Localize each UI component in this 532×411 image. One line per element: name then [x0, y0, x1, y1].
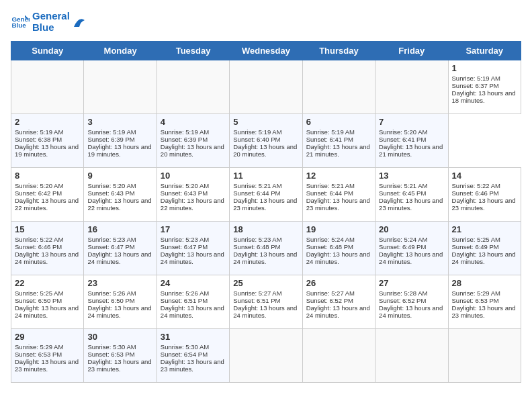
daylight-label: Daylight: 13 hours and 24 minutes.	[15, 304, 79, 319]
cell-1-4: 6 Sunrise: 5:19 AM Sunset: 6:41 PM Dayli…	[302, 114, 375, 168]
daylight-label: Daylight: 13 hours and 23 minutes.	[87, 358, 151, 373]
day-number: 21	[452, 224, 517, 234]
daylight-label: Daylight: 13 hours and 23 minutes.	[306, 197, 370, 212]
cell-3-0: 15 Sunrise: 5:22 AM Sunset: 6:46 PM Dayl…	[11, 222, 84, 275]
cell-3-2: 17 Sunrise: 5:23 AM Sunset: 6:47 PM Dayl…	[157, 222, 229, 275]
svg-text:Blue: Blue	[11, 21, 26, 29]
sunset-label: Sunset: 6:50 PM	[15, 297, 62, 304]
sunset-label: Sunset: 6:39 PM	[87, 136, 134, 143]
sunrise-label: Sunrise: 5:19 AM	[452, 75, 500, 82]
day-number: 29	[15, 332, 80, 342]
sunset-label: Sunset: 6:51 PM	[233, 297, 280, 304]
sunrise-label: Sunrise: 5:20 AM	[15, 182, 63, 189]
day-number: 19	[306, 224, 371, 234]
sunrise-label: Sunrise: 5:24 AM	[306, 236, 355, 243]
day-number: 15	[15, 224, 80, 234]
logo-bird-icon	[73, 15, 85, 30]
daylight-label: Daylight: 13 hours and 19 minutes.	[15, 143, 79, 158]
cell-3-4: 19 Sunrise: 5:24 AM Sunset: 6:48 PM Dayl…	[302, 222, 375, 275]
header-monday: Monday	[84, 42, 157, 60]
sunrise-label: Sunrise: 5:24 AM	[379, 236, 427, 243]
sunrise-label: Sunrise: 5:27 AM	[306, 289, 355, 297]
daylight-label: Daylight: 13 hours and 21 minutes.	[306, 143, 370, 158]
daylight-label: Daylight: 13 hours and 23 minutes.	[233, 197, 297, 212]
sunrise-label: Sunrise: 5:23 AM	[87, 236, 136, 243]
header-tuesday: Tuesday	[157, 42, 229, 60]
daylight-label: Daylight: 13 hours and 20 minutes.	[233, 143, 297, 158]
page-header: General Blue General Blue	[11, 11, 521, 33]
sunrise-label: Sunrise: 5:20 AM	[379, 128, 427, 136]
daylight-label: Daylight: 13 hours and 24 minutes.	[233, 250, 297, 265]
daylight-label: Daylight: 13 hours and 23 minutes.	[161, 358, 224, 373]
daylight-label: Daylight: 13 hours and 24 minutes.	[87, 304, 151, 319]
daylight-label: Daylight: 13 hours and 23 minutes.	[379, 197, 443, 212]
cell-3-1: 16 Sunrise: 5:23 AM Sunset: 6:47 PM Dayl…	[84, 222, 157, 275]
cell-2-0: 8 Sunrise: 5:20 AM Sunset: 6:42 PM Dayli…	[11, 168, 84, 222]
day-number: 2	[15, 117, 80, 127]
sunrise-label: Sunrise: 5:22 AM	[15, 236, 63, 243]
sunrise-label: Sunrise: 5:21 AM	[379, 182, 427, 189]
sunrise-label: Sunrise: 5:26 AM	[87, 289, 136, 297]
cell-5-3	[230, 329, 302, 383]
sunset-label: Sunset: 6:44 PM	[306, 189, 353, 197]
header-wednesday: Wednesday	[230, 42, 302, 60]
cell-4-6: 28 Sunrise: 5:29 AM Sunset: 6:53 PM Dayl…	[448, 275, 521, 329]
day-number: 13	[379, 171, 444, 181]
daylight-label: Daylight: 13 hours and 24 minutes.	[233, 304, 297, 319]
week-row-3: 15 Sunrise: 5:22 AM Sunset: 6:46 PM Dayl…	[11, 222, 521, 275]
cell-2-2: 10 Sunrise: 5:20 AM Sunset: 6:43 PM Dayl…	[157, 168, 229, 222]
day-number: 25	[233, 278, 298, 288]
day-number: 23	[87, 278, 152, 288]
sunset-label: Sunset: 6:41 PM	[379, 136, 426, 143]
day-number: 27	[379, 278, 444, 288]
cell-5-1: 30 Sunrise: 5:30 AM Sunset: 6:53 PM Dayl…	[84, 329, 157, 383]
sunset-label: Sunset: 6:45 PM	[379, 189, 426, 197]
sunrise-label: Sunrise: 5:25 AM	[452, 236, 500, 243]
sunset-label: Sunset: 6:38 PM	[15, 136, 62, 143]
cell-3-3: 18 Sunrise: 5:23 AM Sunset: 6:48 PM Dayl…	[230, 222, 302, 275]
cell-2-5: 13 Sunrise: 5:21 AM Sunset: 6:45 PM Dayl…	[375, 168, 448, 222]
cell-1-2: 4 Sunrise: 5:19 AM Sunset: 6:39 PM Dayli…	[157, 114, 229, 168]
daylight-label: Daylight: 13 hours and 24 minutes.	[452, 250, 516, 265]
day-number: 24	[161, 278, 226, 288]
day-number: 4	[161, 117, 226, 127]
cell-5-6	[448, 329, 521, 383]
daylight-label: Daylight: 13 hours and 24 minutes.	[306, 250, 370, 265]
sunset-label: Sunset: 6:43 PM	[161, 189, 208, 197]
day-number: 12	[306, 171, 371, 181]
cell-5-4	[302, 329, 375, 383]
sunset-label: Sunset: 6:46 PM	[15, 243, 62, 250]
daylight-label: Daylight: 13 hours and 22 minutes.	[15, 197, 79, 212]
sunset-label: Sunset: 6:40 PM	[233, 136, 280, 143]
sunrise-label: Sunrise: 5:23 AM	[161, 236, 209, 243]
day-number: 6	[306, 117, 371, 127]
sunset-label: Sunset: 6:42 PM	[15, 189, 62, 197]
sunrise-label: Sunrise: 5:29 AM	[452, 289, 500, 297]
sunset-label: Sunset: 6:52 PM	[306, 297, 353, 304]
header-saturday: Saturday	[448, 42, 521, 60]
daylight-label: Daylight: 13 hours and 24 minutes.	[161, 250, 224, 265]
day-number: 1	[452, 63, 517, 73]
cell-2-3: 11 Sunrise: 5:21 AM Sunset: 6:44 PM Dayl…	[230, 168, 302, 222]
sunrise-label: Sunrise: 5:23 AM	[233, 236, 281, 243]
day-number: 28	[452, 278, 517, 288]
sunrise-label: Sunrise: 5:19 AM	[306, 128, 355, 136]
week-row-4: 22 Sunrise: 5:25 AM Sunset: 6:50 PM Dayl…	[11, 275, 521, 329]
cell-4-4: 26 Sunrise: 5:27 AM Sunset: 6:52 PM Dayl…	[302, 275, 375, 329]
sunset-label: Sunset: 6:49 PM	[452, 243, 499, 250]
sunset-label: Sunset: 6:53 PM	[87, 351, 134, 358]
daylight-label: Daylight: 13 hours and 21 minutes.	[379, 143, 443, 158]
cell-1-1: 3 Sunrise: 5:19 AM Sunset: 6:39 PM Dayli…	[84, 114, 157, 168]
daylight-label: Daylight: 13 hours and 24 minutes.	[161, 304, 224, 319]
day-number: 5	[233, 117, 298, 127]
sunrise-label: Sunrise: 5:30 AM	[161, 343, 209, 351]
cell-4-3: 25 Sunrise: 5:27 AM Sunset: 6:51 PM Dayl…	[230, 275, 302, 329]
cell-2-6: 14 Sunrise: 5:22 AM Sunset: 6:46 PM Dayl…	[448, 168, 521, 222]
day-number: 26	[306, 278, 371, 288]
sunrise-label: Sunrise: 5:19 AM	[87, 128, 136, 136]
sunrise-label: Sunrise: 5:26 AM	[161, 289, 209, 297]
day-number: 7	[379, 117, 444, 127]
daylight-label: Daylight: 13 hours and 22 minutes.	[161, 197, 224, 212]
sunset-label: Sunset: 6:53 PM	[452, 297, 499, 304]
sunrise-label: Sunrise: 5:19 AM	[15, 128, 63, 136]
